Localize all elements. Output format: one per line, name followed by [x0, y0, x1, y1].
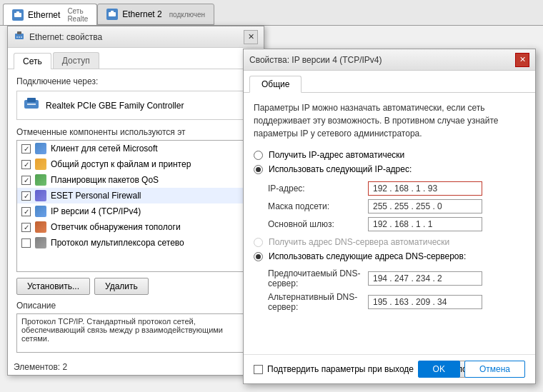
install-button[interactable]: Установить... — [16, 278, 90, 295]
radio-manual-dns-circle[interactable] — [254, 252, 263, 261]
ethernet2-icon — [106, 9, 118, 20]
cancel-button[interactable]: Отмена — [464, 361, 525, 378]
ok-button[interactable]: OK — [418, 361, 460, 378]
connection-box: Realtek PCIe GBE Family Controller — [16, 91, 255, 120]
component-qos-icon — [35, 174, 46, 186]
radio-manual-dns-label: Использовать следующие адреса DNS-сервер… — [269, 251, 466, 261]
ip-close-button[interactable]: ✕ — [515, 53, 529, 67]
component-mux-label: Протокол мультиплексора сетево — [51, 238, 184, 248]
ip-address-input[interactable] — [368, 181, 482, 196]
svg-rect-3 — [111, 11, 114, 13]
description-label: Описание — [16, 301, 255, 311]
preferred-dns-input[interactable] — [368, 271, 482, 286]
component-ipv4[interactable]: IP версии 4 (TCP/IPv4) — [17, 203, 254, 219]
ethernet-dialog-tabs: Сеть Доступ — [8, 48, 264, 69]
dns-fields: Предпочитаемый DNS-сервер: Альтернативны… — [268, 268, 525, 312]
radio-auto-ip-label: Получить IP-адрес автоматически — [269, 150, 404, 160]
component-client[interactable]: Клиент для сетей Microsoft — [17, 141, 254, 156]
remove-button[interactable]: Удалить — [94, 278, 149, 295]
gateway-row: Основной шлюз: — [268, 217, 525, 231]
ethernet-title: Ethernet: свойства — [29, 32, 239, 42]
component-qos-label: Планировщик пакетов QoS — [51, 175, 159, 185]
component-ipv4-label: IP версии 4 (TCP/IPv4) — [51, 206, 141, 216]
description-text: Протокол TCP/IP. Стандартный протокол се… — [16, 313, 255, 353]
radio-auto-ip[interactable]: Получить IP-адрес автоматически — [254, 150, 525, 160]
subnet-mask-label: Маска подсети: — [268, 201, 368, 211]
tab-ethernet1-label: Ethernet — [28, 10, 60, 20]
component-client-icon — [35, 143, 46, 154]
ip-tab-general[interactable]: Общие — [249, 76, 302, 93]
dns-section: Получить адрес DNS-сервера автоматически… — [254, 237, 525, 312]
elements-count: Элементов: 2 — [8, 359, 73, 375]
component-topo[interactable]: Ответчик обнаружения топологи — [17, 219, 254, 235]
subnet-mask-row: Маска подсети: — [268, 199, 525, 213]
alt-dns-input[interactable] — [368, 295, 482, 309]
svg-rect-10 — [27, 98, 36, 102]
ip-dialog: Свойства: IP версии 4 (TCP/IPv4) ✕ Общие… — [243, 49, 536, 384]
component-share-icon — [35, 159, 46, 170]
radio-auto-ip-circle[interactable] — [254, 151, 263, 160]
component-topo-label: Ответчик обнаружения топологи — [51, 222, 181, 232]
ethernet-dialog-content: Подключение через: Realtek PCIe GBE Fami… — [8, 69, 264, 360]
radio-manual-ip-label: Использовать следующий IP-адрес: — [269, 164, 412, 174]
ethernet-dialog: Ethernet: свойства ✕ Сеть Доступ Подключ… — [7, 26, 264, 376]
tab-ethernet1[interactable]: Ethernet СетьRealte — [3, 4, 97, 25]
tab-ethernet1-sublabel: СетьRealte — [67, 7, 88, 23]
tab-ethernet2-label: Ethernet 2 — [122, 9, 161, 19]
radio-manual-ip[interactable]: Использовать следующий IP-адрес: — [254, 164, 525, 174]
ip-address-label: IP-адрес: — [268, 184, 368, 194]
ip-ok-cancel-row: OK Отмена — [244, 354, 535, 383]
ethernet-titlebar: Ethernet: свойства ✕ — [8, 26, 264, 48]
component-buttons: Установить... Удалить — [16, 278, 255, 295]
component-share-label: Общий доступ к файлам и принтер — [51, 159, 191, 169]
component-qos[interactable]: Планировщик пакетов QoS — [17, 172, 254, 188]
tab-ethernet2[interactable]: Ethernet 2 подключен — [97, 4, 214, 25]
component-eset-checkbox[interactable] — [21, 191, 31, 201]
radio-auto-dns-circle[interactable] — [254, 238, 263, 247]
gateway-input[interactable] — [368, 217, 482, 231]
connection-label: Подключение через: — [16, 76, 255, 86]
component-share-checkbox[interactable] — [21, 160, 31, 169]
ethernet-tab-network[interactable]: Сеть — [14, 53, 51, 69]
component-ipv4-icon — [35, 206, 46, 217]
radio-manual-ip-circle[interactable] — [254, 165, 263, 174]
component-topo-checkbox[interactable] — [21, 223, 31, 232]
component-eset-label: ESET Personal Firewall — [51, 191, 141, 201]
tab-bar: Ethernet СетьRealte Ethernet 2 подключен — [0, 0, 543, 26]
ethernet-title-icon — [14, 30, 25, 44]
connection-device: Realtek PCIe GBE Family Controller — [46, 101, 184, 111]
realtek-icon — [23, 96, 40, 115]
ip-title: Свойства: IP версии 4 (TCP/IPv4) — [249, 55, 511, 65]
svg-rect-1 — [16, 11, 19, 14]
component-mux[interactable]: Протокол мультиплексора сетево — [17, 235, 254, 251]
alt-dns-row: Альтернативный DNS-сервер: — [268, 292, 525, 312]
dns-radio-group: Получить адрес DNS-сервера автоматически… — [254, 237, 525, 261]
ip-radio-group: Получить IP-адрес автоматически Использо… — [254, 150, 525, 174]
radio-auto-dns[interactable]: Получить адрес DNS-сервера автоматически — [254, 237, 525, 247]
component-eset[interactable]: ESET Personal Firewall — [17, 188, 254, 203]
radio-auto-dns-label: Получить адрес DNS-сервера автоматически — [269, 237, 449, 247]
component-client-checkbox[interactable] — [21, 144, 31, 154]
component-ipv4-checkbox[interactable] — [21, 207, 31, 216]
ethernet-close-button[interactable]: ✕ — [244, 30, 258, 44]
component-topo-icon — [35, 221, 46, 233]
component-qos-checkbox[interactable] — [21, 176, 31, 185]
ip-address-row: IP-адрес: — [268, 181, 525, 196]
component-mux-checkbox[interactable] — [21, 238, 31, 248]
preferred-dns-row: Предпочитаемый DNS-сервер: — [268, 268, 525, 288]
components-label: Отмеченные компоненты используются эт — [16, 127, 255, 137]
component-share[interactable]: Общий доступ к файлам и принтер — [17, 156, 254, 172]
components-list: Клиент для сетей Microsoft Общий доступ … — [16, 140, 255, 272]
subnet-mask-input[interactable] — [368, 199, 482, 213]
component-eset-icon — [35, 190, 46, 201]
radio-manual-dns[interactable]: Использовать следующие адреса DNS-сервер… — [254, 251, 525, 261]
ethernet-tab-access[interactable]: Доступ — [53, 52, 99, 69]
tab-ethernet2-sublabel: подключен — [169, 11, 206, 19]
svg-rect-5 — [17, 31, 21, 34]
ethernet1-icon — [12, 9, 24, 21]
component-client-label: Клиент для сетей Microsoft — [51, 144, 158, 154]
component-mux-icon — [35, 237, 46, 248]
preferred-dns-label: Предпочитаемый DNS-сервер: — [268, 268, 368, 288]
alt-dns-label: Альтернативный DNS-сервер: — [268, 292, 368, 312]
ip-tab-bar: Общие — [244, 71, 535, 93]
